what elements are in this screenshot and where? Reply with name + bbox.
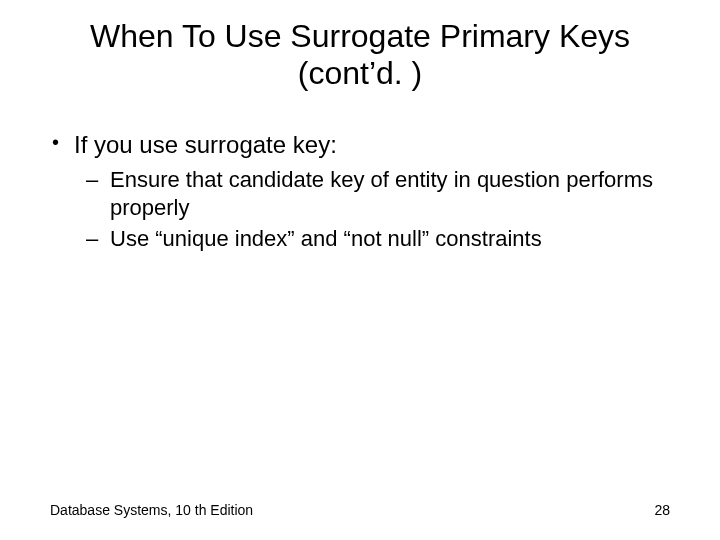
- bullet-level1: If you use surrogate key:: [50, 130, 670, 160]
- title-line-1: When To Use Surrogate Primary Keys: [90, 18, 630, 54]
- bullet-level2: Ensure that candidate key of entity in q…: [80, 166, 670, 221]
- bullet-text: If you use surrogate key:: [74, 131, 337, 158]
- title-line-2: (cont’d. ): [298, 55, 422, 91]
- footer-source: Database Systems, 10 th Edition: [50, 502, 253, 518]
- slide-body: If you use surrogate key: Ensure that ca…: [50, 130, 670, 257]
- bullet-text: Use “unique index” and “not null” constr…: [110, 226, 542, 251]
- slide-title: When To Use Surrogate Primary Keys (cont…: [0, 18, 720, 92]
- page-number: 28: [654, 502, 670, 518]
- bullet-text: Ensure that candidate key of entity in q…: [110, 167, 653, 220]
- bullet-level2: Use “unique index” and “not null” constr…: [80, 225, 670, 253]
- slide: When To Use Surrogate Primary Keys (cont…: [0, 0, 720, 540]
